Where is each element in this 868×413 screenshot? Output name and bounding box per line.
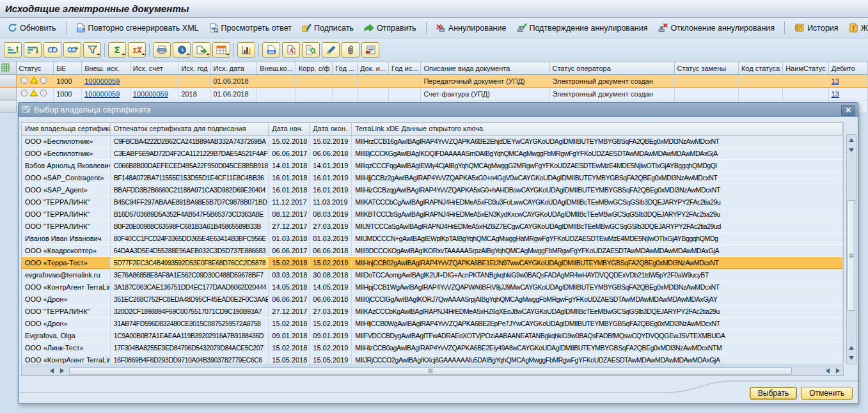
cell-link[interactable]: 100000059 bbox=[84, 77, 120, 85]
regenerate-xml-button[interactable]: XMLПовторно сгенерировать XML bbox=[71, 20, 204, 35]
pdf-button[interactable]: A bbox=[282, 42, 300, 58]
scroll-right-icon[interactable] bbox=[58, 366, 67, 375]
certificate-row[interactable]: ООО «SAP_Agent»BBAFDD3B2B6660C21188A971C… bbox=[22, 183, 843, 196]
filter-button[interactable] bbox=[83, 42, 101, 58]
close-icon[interactable]: ✕ bbox=[841, 105, 855, 116]
horizontal-scrollbar[interactable] bbox=[21, 366, 844, 376]
scroll-right-icon[interactable] bbox=[833, 366, 842, 375]
table-row[interactable]: 1000100000059100000059201801.06.2018Счет… bbox=[0, 88, 868, 100]
certificate-row[interactable]: ООО "ТЕРРАЛИНК"320D2CF1898894F69C0075517… bbox=[22, 305, 843, 317]
certificate-column-header[interactable]: Дата нач. bbox=[269, 123, 310, 135]
certificate-row[interactable]: evgrafovao@terralink.ru3E76A86858E8AF8A1… bbox=[22, 269, 843, 281]
scroll-down-icon[interactable] bbox=[847, 354, 856, 362]
main-column-header[interactable]: БЕ bbox=[54, 62, 82, 75]
main-column-header[interactable]: Описание вида документа bbox=[421, 62, 549, 75]
certificate-row[interactable]: ООО «Дрон»31AB74FD596D832480CE3015C08752… bbox=[22, 317, 843, 329]
main-column-header[interactable]: Год ... bbox=[333, 62, 358, 75]
cancel-button[interactable]: Отменить bbox=[801, 387, 853, 400]
table-row[interactable]: 100010000005901.06.2018Передаточный доку… bbox=[0, 75, 868, 88]
certificate-column-header[interactable]: Отпечаток сертификата для подписания bbox=[110, 123, 269, 135]
cell-link[interactable]: 100000059 bbox=[84, 90, 120, 98]
refresh-button[interactable]: Обновить bbox=[3, 20, 61, 35]
doc-search-button[interactable] bbox=[302, 42, 320, 58]
send-button[interactable]: Отправить bbox=[359, 21, 422, 35]
certificate-row[interactable]: ООО «Линк-Тест»17F304BA8255E9ED84796D543… bbox=[22, 341, 843, 354]
vertical-scrollbar[interactable] bbox=[846, 134, 856, 364]
row-selector[interactable] bbox=[0, 88, 16, 100]
layout-button[interactable] bbox=[212, 42, 230, 58]
certificate-row[interactable]: ООО «КонтрАгент TerraLink»16F0869B4F6D29… bbox=[22, 354, 843, 364]
annul-confirm-button[interactable]: Подтверждение аннулирования bbox=[511, 20, 652, 35]
notes-button[interactable] bbox=[361, 42, 379, 58]
cell-link[interactable]: 13 bbox=[832, 90, 839, 98]
main-column-header[interactable]: Статус оператора bbox=[549, 62, 674, 75]
print-button[interactable] bbox=[153, 42, 171, 58]
main-column-header[interactable]: НаимСтатус bbox=[783, 62, 829, 75]
certificate-column-header[interactable]: TerraLink xDE Данные открытого ключа bbox=[352, 123, 843, 135]
sum-button[interactable]: Σ bbox=[108, 42, 126, 58]
scroll-up-icon[interactable] bbox=[847, 343, 856, 352]
edit-button[interactable] bbox=[322, 42, 340, 58]
scroll-down-icon[interactable] bbox=[847, 146, 856, 155]
certificate-row[interactable]: Вэбов Арнольд ЯковлевичC066B8B00DAEFECED… bbox=[22, 159, 843, 171]
select-all-cell[interactable] bbox=[0, 62, 16, 75]
dropdown-arrow-icon[interactable] bbox=[186, 53, 190, 57]
certificate-row[interactable]: ООО «Беспилотник»C3EABF5E9AD72D4F2CA1121… bbox=[22, 147, 843, 159]
main-column-header[interactable]: Исх. счет bbox=[130, 62, 178, 75]
annul-reject-button[interactable]: Отклонение аннулирования bbox=[652, 20, 780, 35]
dropdown-arrow-icon[interactable] bbox=[122, 53, 125, 57]
scroll-up-icon[interactable] bbox=[847, 136, 856, 144]
certificate-row[interactable]: Evgrafova, Olga1C9A00B0B7A1EAEAA119B3920… bbox=[22, 329, 843, 341]
dropdown-arrow-icon[interactable] bbox=[226, 53, 230, 57]
certificate-row[interactable]: ООО «Терра-Тест»5D77F2EC3C4B4993592D53E0… bbox=[22, 256, 843, 269]
sign-button[interactable]: Подписать bbox=[297, 20, 359, 35]
xml-button[interactable]: XML bbox=[262, 42, 280, 58]
dropdown-arrow-icon[interactable] bbox=[97, 53, 100, 57]
print-preview-button[interactable] bbox=[173, 42, 191, 58]
certificate-row[interactable]: ООО "ТЕРРАЛИНК"B0F20E00988C63598FC681B3A… bbox=[22, 220, 843, 232]
main-column-header[interactable]: Статус bbox=[16, 62, 54, 75]
annul-button[interactable]: Аннулирование bbox=[431, 20, 512, 35]
chart-button[interactable] bbox=[237, 42, 255, 58]
journal-button[interactable]: !Жур bbox=[844, 20, 868, 35]
scroll-left-icon[interactable] bbox=[47, 366, 56, 375]
find-next-button[interactable] bbox=[63, 42, 81, 58]
certificate-row[interactable]: ООО «Квадрокоптер»64DAA3D5E4D55288E96AEB… bbox=[22, 244, 843, 256]
view-response-button[interactable]: Просмотреть ответ bbox=[204, 20, 297, 35]
certificate-row[interactable]: ООО «КонтрАгент TerraLink»3A187C063CAE13… bbox=[22, 281, 843, 293]
export-button[interactable] bbox=[193, 42, 210, 58]
certificate-row[interactable]: ООО «Дрон»351EC268C752FC8EDA48D95CF45EAD… bbox=[22, 293, 843, 305]
cell-link[interactable]: 13 bbox=[832, 77, 839, 85]
scroll-left-icon[interactable] bbox=[823, 366, 832, 375]
certificate-row[interactable]: ООО «Беспилотник»C9FBCBA4222D2B62CA241B8… bbox=[22, 135, 843, 147]
main-column-header[interactable]: Док. и... bbox=[358, 62, 389, 75]
row-selector[interactable] bbox=[0, 75, 16, 88]
attach-button[interactable] bbox=[342, 42, 359, 58]
certificate-row[interactable]: ООО "ТЕРРАЛИНК"B45C94FF297ABAAE891BA98E5… bbox=[22, 196, 843, 208]
main-column-header[interactable]: Корр. с/ф bbox=[296, 62, 332, 75]
subtotal-button[interactable]: Σ bbox=[128, 42, 146, 58]
sort-asc-button[interactable] bbox=[4, 42, 22, 58]
main-column-header[interactable]: Статус замены bbox=[674, 62, 738, 75]
dialog-titlebar[interactable]: Выбор владельца сертификата ✕ bbox=[19, 103, 858, 117]
certificate-column-header[interactable]: Дата окон. bbox=[310, 123, 352, 135]
main-column-header[interactable]: Исх. год bbox=[178, 62, 210, 75]
horizontal-scroll-thumb[interactable] bbox=[69, 367, 792, 375]
select-button[interactable]: Выбрать bbox=[750, 387, 797, 400]
row-selector[interactable] bbox=[0, 100, 16, 113]
dropdown-arrow-icon[interactable] bbox=[206, 53, 210, 57]
dropdown-arrow-icon[interactable] bbox=[141, 53, 145, 57]
certificate-row[interactable]: ООО "ТЕРРАЛИНК"B16D5703689D5A352F4AB547F… bbox=[22, 208, 843, 220]
main-column-header[interactable]: Внеш.ко... bbox=[257, 62, 296, 75]
certificate-row[interactable]: Иванов Иван Иванович80F40CC1FCD24F3365DD… bbox=[22, 232, 843, 244]
sort-desc-button[interactable] bbox=[24, 42, 42, 58]
vertical-scroll-thumb[interactable] bbox=[848, 200, 855, 311]
find-button[interactable] bbox=[43, 42, 61, 58]
main-column-header[interactable]: Исх. дата bbox=[210, 62, 257, 75]
certificate-row[interactable]: ООО «SAP_Contragent»BF148A072BA711555E15… bbox=[22, 171, 843, 183]
main-column-header[interactable]: Внеш. исх. bbox=[82, 62, 130, 75]
certificate-column-header[interactable]: Имя владельца сертификата bbox=[22, 123, 110, 135]
main-column-header[interactable]: Код статуса bbox=[738, 62, 782, 75]
history-button[interactable]: История bbox=[789, 20, 843, 35]
main-column-header[interactable]: Дебито bbox=[828, 62, 867, 75]
